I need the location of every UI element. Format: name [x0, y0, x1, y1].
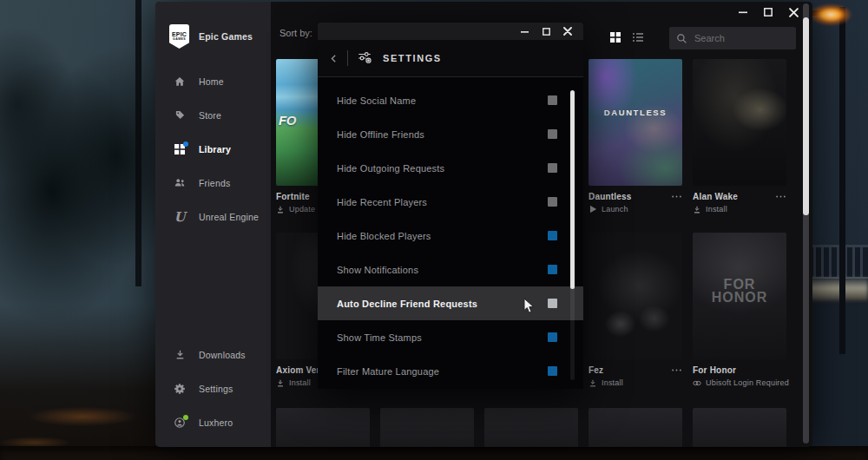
- game-menu-icon[interactable]: [670, 193, 682, 201]
- minimize-icon[interactable]: [736, 5, 750, 19]
- settings-row-hide-social-name[interactable]: Hide Social Name: [318, 83, 583, 117]
- settings-row-label: Hide Outgoing Requests: [337, 163, 548, 174]
- game-action-button[interactable]: Launch: [589, 205, 682, 214]
- settings-row-hide-offline-friends[interactable]: Hide Offline Friends: [318, 117, 583, 151]
- settings-row-hide-recent-players[interactable]: Hide Recent Players: [318, 185, 583, 219]
- epic-games-logo-icon: EPIC GAMES: [169, 24, 189, 49]
- game-action-label: Ubisoft Login Required: [706, 378, 789, 387]
- library-scrollbar[interactable]: [803, 3, 809, 444]
- settings-row-hide-blocked-players[interactable]: Hide Blocked Players: [318, 219, 583, 253]
- game-action-button[interactable]: Install: [693, 205, 786, 214]
- settings-header: SETTINGS: [318, 40, 583, 77]
- grid-view-icon[interactable]: [609, 31, 622, 44]
- sidebar-item-luxhero[interactable]: Luxhero: [155, 405, 271, 439]
- avatar-icon: [174, 417, 186, 429]
- wallpaper-bottom: [0, 446, 868, 460]
- game-card-for-honor: FOR HONOR For Honor Ubisoft Login Requir…: [693, 233, 786, 387]
- settings-close-icon[interactable]: [562, 26, 573, 36]
- play-icon: [589, 205, 597, 214]
- sidebar-item-downloads[interactable]: Downloads: [155, 338, 271, 371]
- settings-checkbox[interactable]: [548, 265, 557, 274]
- store-icon: [174, 109, 186, 122]
- game-cover-art[interactable]: [276, 408, 370, 447]
- game-action-label: Update: [289, 205, 315, 214]
- settings-row-show-time-stamps[interactable]: Show Time Stamps: [318, 320, 583, 354]
- wallpaper-road-right: [806, 300, 868, 460]
- sidebar-item-store[interactable]: Store: [155, 98, 271, 132]
- settings-row-hide-outgoing-requests[interactable]: Hide Outgoing Requests: [318, 151, 583, 185]
- sidebar-item-library[interactable]: Library: [155, 132, 271, 166]
- list-view-icon[interactable]: [632, 31, 645, 44]
- sidebar-item-label: Home: [199, 76, 224, 87]
- download-icon: [276, 205, 285, 214]
- brand: EPIC GAMES Epic Games: [155, 2, 271, 49]
- sidebar-item-label: Library: [199, 144, 231, 154]
- game-cover-art[interactable]: FOR HONOR: [693, 233, 786, 359]
- settings-rows: Hide Social Name Hide Offline Friends Hi…: [318, 77, 583, 388]
- settings-checkbox[interactable]: [548, 231, 557, 240]
- settings-maximize-icon[interactable]: [541, 26, 551, 36]
- settings-row-label: Auto Decline Friend Requests: [337, 299, 548, 309]
- back-button[interactable]: [323, 48, 344, 69]
- settings-row-label: Show Time Stamps: [337, 332, 548, 343]
- settings-checkbox[interactable]: [548, 95, 557, 105]
- game-card-partial: [484, 408, 578, 447]
- search-input[interactable]: [693, 32, 774, 44]
- settings-row-auto-decline-friend-requests[interactable]: Auto Decline Friend Requests: [318, 286, 583, 320]
- game-action-label: Install: [602, 378, 623, 387]
- settings-checkbox[interactable]: [548, 366, 557, 376]
- game-cover-art[interactable]: DAUNTLESS: [589, 59, 682, 186]
- settings-scrollbar-thumb[interactable]: [570, 90, 575, 289]
- close-icon[interactable]: [786, 5, 800, 19]
- library-scrollbar-thumb[interactable]: [803, 17, 809, 215]
- wallpaper-road-left: [0, 304, 161, 460]
- settings-checkbox[interactable]: [548, 299, 557, 308]
- sidebar-item-label: Unreal Engine: [199, 212, 259, 222]
- game-cover-art[interactable]: [484, 408, 578, 447]
- settings-row-label: Filter Mature Language: [337, 366, 548, 377]
- download-icon: [589, 378, 597, 387]
- settings-checkbox[interactable]: [548, 332, 557, 342]
- game-art-text: FOR HONOR: [709, 278, 770, 304]
- game-card-partial: [380, 408, 474, 447]
- wallpaper-light-trails: [806, 278, 868, 300]
- settings-checkbox[interactable]: [548, 197, 557, 207]
- sidebar-item-settings[interactable]: Settings: [155, 371, 271, 405]
- game-cover-art[interactable]: [589, 233, 682, 359]
- settings-row-show-notifications[interactable]: Show Notifications: [318, 253, 583, 286]
- settings-row-label: Hide Social Name: [337, 95, 548, 106]
- home-icon: [174, 76, 186, 88]
- sidebar-item-label: Settings: [199, 384, 233, 394]
- settings-checkbox[interactable]: [548, 163, 557, 173]
- wallpaper-bridge-railing: [806, 245, 868, 279]
- brand-label: Epic Games: [199, 31, 253, 42]
- street-lamp-post: [839, 7, 845, 354]
- game-art-text: DAUNTLESS: [589, 108, 682, 117]
- main-window-controls: [736, 5, 800, 19]
- game-menu-icon[interactable]: [774, 193, 786, 201]
- game-action-label: Launch: [602, 205, 628, 214]
- game-cover-art[interactable]: [693, 59, 786, 186]
- sidebar-item-home[interactable]: Home: [155, 64, 271, 98]
- settings-checkbox[interactable]: [548, 129, 557, 139]
- download-icon: [693, 205, 701, 214]
- sidebar-item-friends[interactable]: Friends: [155, 166, 271, 200]
- game-cover-art[interactable]: [693, 408, 786, 447]
- game-action-button[interactable]: Ubisoft Login Required: [693, 378, 786, 387]
- game-action-button[interactable]: Install: [589, 378, 682, 387]
- game-cover-art[interactable]: [589, 408, 682, 447]
- game-menu-icon[interactable]: [670, 366, 682, 375]
- game-card-fez: Fez Install: [589, 233, 682, 387]
- sidebar-item-unreal-engine[interactable]: U Unreal Engine: [155, 200, 271, 233]
- game-cover-art[interactable]: [380, 408, 474, 447]
- settings-window: SETTINGS Hide Social Name Hide Offline F…: [318, 23, 583, 389]
- settings-row-label: Hide Recent Players: [337, 197, 548, 207]
- game-card-partial: [693, 408, 786, 447]
- sidebar-item-label: Luxhero: [199, 417, 233, 428]
- settings-row-filter-mature-language[interactable]: Filter Mature Language: [318, 354, 583, 388]
- view-toggles: [609, 31, 645, 44]
- settings-minimize-icon[interactable]: [519, 26, 529, 36]
- download-icon: [174, 349, 186, 361]
- maximize-icon[interactable]: [761, 5, 775, 19]
- settings-scrollbar[interactable]: [570, 90, 575, 380]
